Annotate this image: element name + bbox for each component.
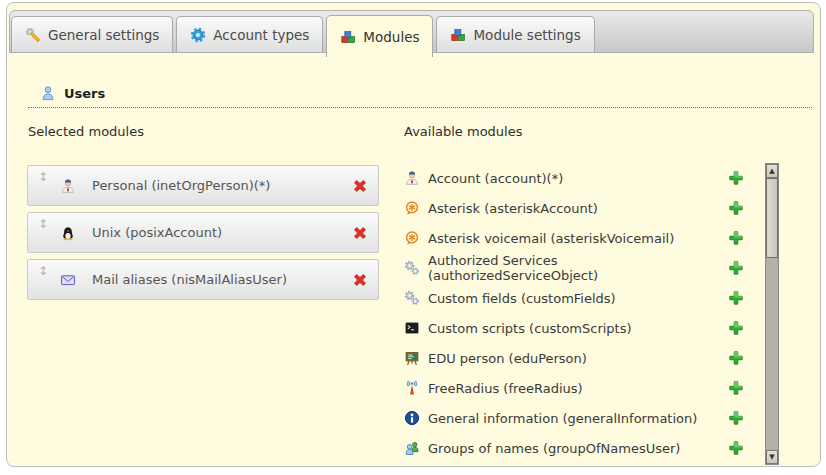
tab-label: Account types [213, 27, 309, 43]
green-plus-icon[interactable] [728, 170, 744, 186]
arrow-up-icon: ▲ [769, 167, 774, 175]
available-modules-heading: Available modules [404, 124, 522, 139]
section-title-text: Users [64, 86, 105, 101]
section-header-users: Users [40, 85, 105, 101]
asterisk-icon [404, 230, 420, 246]
green-plus-icon[interactable] [728, 410, 744, 426]
arrow-down-icon: ▼ [769, 453, 774, 461]
modules-icon [450, 27, 466, 43]
green-plus-icon[interactable] [728, 200, 744, 216]
tab-label: General settings [48, 27, 159, 43]
available-module-asterisk: Asterisk (asteriskAccount) [404, 193, 744, 223]
section-divider [28, 107, 812, 108]
green-plus-icon[interactable] [728, 260, 744, 276]
green-plus-icon[interactable] [728, 230, 744, 246]
available-module-authorized-services: Authorized Services (authorizedServiceOb… [404, 253, 744, 283]
module-label: Asterisk (asteriskAccount) [428, 201, 598, 216]
module-label: General information (generalInformation) [428, 411, 697, 426]
tab-label: Module settings [473, 27, 580, 43]
selected-modules-heading: Selected modules [28, 124, 144, 139]
asterisk-icon [404, 200, 420, 216]
available-module-account: Account (account)(*) [404, 163, 744, 193]
drag-arrows-icon[interactable]: ↕ [38, 166, 54, 184]
selected-module-mail-aliases[interactable]: ↕ Mail aliases (nisMailAliasUser) [27, 259, 379, 300]
antenna-icon [404, 380, 420, 396]
module-label: Mail aliases (nisMailAliasUser) [92, 272, 287, 287]
green-plus-icon[interactable] [728, 440, 744, 456]
available-module-custom-fields: Custom fields (customFields) [404, 283, 744, 313]
green-plus-icon[interactable] [728, 290, 744, 306]
selected-module-personal[interactable]: ↕ Personal (inetOrgPerson)(*) [27, 165, 379, 206]
gears-icon [404, 260, 420, 276]
tab-modules[interactable]: Modules [326, 15, 433, 57]
config-panel: General settings Account types Modul [6, 2, 821, 467]
tab-account-types[interactable]: Account types [176, 16, 323, 52]
scrollbar-thumb[interactable] [766, 178, 778, 258]
module-label: Unix (posixAccount) [92, 225, 222, 240]
available-module-general-information: General information (generalInformation) [404, 403, 744, 433]
red-x-icon[interactable] [352, 225, 368, 241]
scroll-down-button[interactable]: ▼ [766, 450, 778, 464]
available-module-freeradius: FreeRadius (freeRadius) [404, 373, 744, 403]
green-plus-icon[interactable] [728, 380, 744, 396]
tab-bar: General settings Account types Modul [9, 10, 814, 53]
available-module-groups-of-names: Groups of names (groupOfNamesUser) [404, 433, 744, 463]
person-icon [404, 170, 420, 186]
selected-module-unix[interactable]: ↕ Unix (posixAccount) [27, 212, 379, 253]
green-plus-icon[interactable] [728, 350, 744, 366]
red-x-icon[interactable] [352, 272, 368, 288]
module-label: Asterisk voicemail (asteriskVoicemail) [428, 231, 674, 246]
module-label: Account (account)(*) [428, 171, 563, 186]
wrench-icon [25, 27, 41, 43]
module-label: Groups of names (groupOfNamesUser) [428, 441, 680, 456]
available-module-asterisk-voicemail: Asterisk voicemail (asteriskVoicemail) [404, 223, 744, 253]
gear-icon [190, 27, 206, 43]
module-label: Personal (inetOrgPerson)(*) [92, 178, 270, 193]
available-module-custom-scripts: Custom scripts (customScripts) [404, 313, 744, 343]
tab-label: Modules [363, 29, 419, 45]
module-label: EDU person (eduPerson) [428, 351, 587, 366]
module-label: Custom scripts (customScripts) [428, 321, 632, 336]
available-module-edu-person: EDU person (eduPerson) [404, 343, 744, 373]
tab-module-settings[interactable]: Module settings [436, 16, 594, 52]
gears-icon [404, 290, 420, 306]
module-label: FreeRadius (freeRadius) [428, 381, 583, 396]
chalkboard-icon [404, 350, 420, 366]
tux-icon [60, 225, 76, 241]
red-x-icon[interactable] [352, 178, 368, 194]
terminal-icon [404, 320, 420, 336]
tab-general-settings[interactable]: General settings [11, 16, 173, 52]
module-label: Custom fields (customFields) [428, 291, 616, 306]
mail-icon [60, 272, 76, 288]
available-modules-scrollbar[interactable]: ▲ ▼ [765, 163, 779, 465]
person-icon [60, 178, 76, 194]
info-icon [404, 410, 420, 426]
modules-icon [340, 29, 356, 45]
user-icon [40, 85, 56, 101]
drag-arrows-icon[interactable]: ↕ [38, 260, 54, 278]
group-icon [404, 440, 420, 456]
scroll-up-button[interactable]: ▲ [766, 164, 778, 178]
module-label: Authorized Services (authorizedServiceOb… [428, 253, 728, 283]
green-plus-icon[interactable] [728, 320, 744, 336]
available-modules-list: Account (account)(*) Asterisk (asteriskA… [404, 163, 744, 463]
selected-modules-list: ↕ Personal (inetOrgPerson)(*) ↕ [27, 165, 379, 306]
drag-arrows-icon[interactable]: ↕ [38, 213, 54, 231]
